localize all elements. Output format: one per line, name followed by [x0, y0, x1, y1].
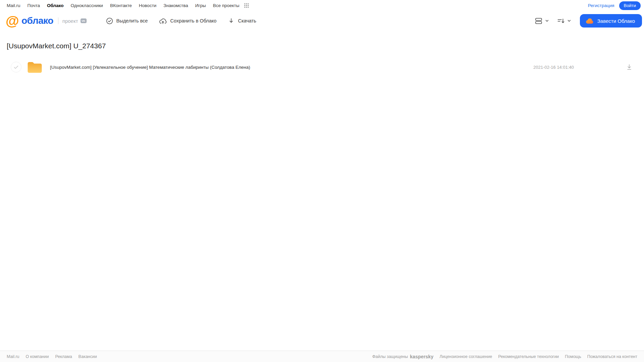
save-to-cloud-label: Сохранить в Облако — [170, 18, 216, 23]
vk-badge-icon: VK — [81, 18, 87, 23]
login-button[interactable]: Войти — [619, 1, 641, 10]
protected-label: Файлы защищены — [372, 354, 408, 359]
file-toolbar: Выделить все Сохранить в Облако Скачать — [106, 17, 256, 24]
footer-link-mailru[interactable]: Mail.ru — [7, 354, 19, 359]
select-all-label: Выделить все — [116, 18, 148, 23]
topnav-link-vkontakte[interactable]: ВКонтакте — [110, 3, 132, 8]
check-icon — [14, 65, 18, 69]
footer-link-recommend-tech[interactable]: Рекомендательные технологии — [498, 354, 559, 359]
chevron-down-icon — [545, 19, 549, 23]
cloud-upload-icon — [159, 17, 167, 24]
footer-link-o-kompanii[interactable]: О компании — [26, 354, 49, 359]
cloud-header: @ облако проект VK Выделить все Сохранит… — [0, 11, 644, 31]
view-mode-toggle[interactable] — [534, 16, 550, 26]
kaspersky-logo[interactable]: kaspersky — [410, 354, 433, 359]
sort-icon — [557, 17, 565, 24]
download-label: Скачать — [238, 18, 256, 23]
topnav-link-igry[interactable]: Игры — [195, 3, 206, 8]
footer-link-report-content[interactable]: Пожаловаться на контент — [587, 354, 637, 359]
sort-toggle[interactable] — [556, 16, 572, 26]
footer-link-help[interactable]: Помощь — [565, 354, 581, 359]
list-view-icon — [535, 17, 543, 24]
page-title: [UsupovMarket.com] U_274367 — [7, 42, 644, 50]
footer-link-reklama[interactable]: Реклама — [55, 354, 72, 359]
download-button[interactable]: Скачать — [228, 17, 256, 24]
file-name-link[interactable]: [UsupovMarket.com] [Увлекательное обучен… — [50, 65, 533, 70]
topnav-link-pochta[interactable]: Почта — [28, 3, 40, 8]
arrow-down-underline-icon — [626, 64, 633, 70]
portal-nav: Mail.ru Почта Облако Одноклассники ВКонт… — [7, 3, 249, 8]
mailru-at-icon: @ — [6, 14, 19, 28]
header-right-controls: Завести Облако — [534, 14, 642, 28]
project-label: проект — [62, 18, 78, 24]
cloud-logo-text: облако — [21, 15, 53, 26]
footer-left-links: Mail.ru О компании Реклама Вакансии — [7, 354, 97, 359]
shared-folder-content: [UsupovMarket.com] U_274367 [UsupovMarke… — [0, 31, 644, 75]
topnav-link-znakomstva[interactable]: Знакомства — [163, 3, 188, 8]
download-arrow-icon — [228, 17, 235, 24]
get-cloud-button[interactable]: Завести Облако — [580, 14, 642, 28]
topnav-link-novosti[interactable]: Новости — [139, 3, 156, 8]
page-footer: Mail.ru О компании Реклама Вакансии Файл… — [0, 351, 644, 362]
select-all-button[interactable]: Выделить все — [106, 17, 148, 24]
logo-divider — [58, 17, 58, 24]
row-download-button[interactable] — [625, 63, 633, 71]
chevron-down-icon — [567, 19, 571, 23]
apps-grid-icon[interactable] — [244, 3, 249, 8]
row-checkbox[interactable] — [11, 62, 21, 72]
topnav-link-vse-proekty[interactable]: Все проекты — [213, 3, 239, 8]
portal-auth-area: Регистрация Войти — [588, 1, 641, 10]
cloud-logo[interactable]: @ облако проект VK — [6, 14, 87, 28]
folder-icon — [27, 61, 42, 73]
file-row[interactable]: [UsupovMarket.com] [Увлекательное обучен… — [0, 59, 644, 75]
portal-top-bar: Mail.ru Почта Облако Одноклассники ВКонт… — [0, 0, 644, 11]
footer-link-vakansii[interactable]: Вакансии — [79, 354, 97, 359]
circled-check-icon — [106, 17, 113, 24]
topnav-link-oblako[interactable]: Облако — [47, 3, 63, 8]
footer-right-links: Файлы защищены kaspersky Лицензионное со… — [372, 354, 637, 359]
save-to-cloud-button[interactable]: Сохранить в Облако — [159, 17, 216, 24]
topnav-link-odnoklassniki[interactable]: Одноклассники — [70, 3, 103, 8]
footer-link-license[interactable]: Лицензионное соглашение — [440, 354, 492, 359]
topnav-link-mailru[interactable]: Mail.ru — [7, 3, 20, 8]
registration-link[interactable]: Регистрация — [588, 3, 614, 8]
file-date: 2021-02-16 14:01:40 — [533, 65, 574, 70]
cloud-logo-icon — [586, 18, 594, 24]
kaspersky-protection: Файлы защищены kaspersky — [372, 354, 433, 359]
get-cloud-label: Завести Облако — [597, 18, 635, 24]
